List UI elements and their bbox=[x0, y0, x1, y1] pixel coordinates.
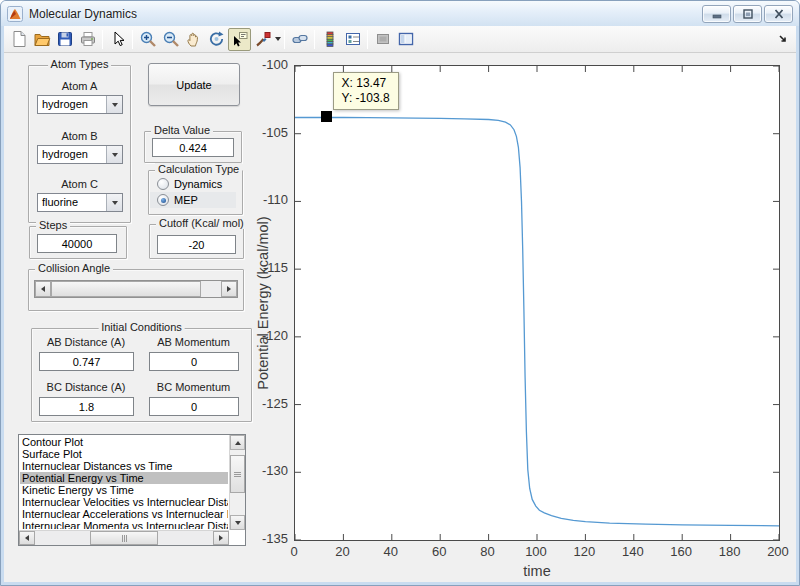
radio-dynamics[interactable]: Dynamics bbox=[150, 176, 236, 192]
atom-a-dropdown[interactable]: hydrogen bbox=[37, 95, 123, 114]
steps-field[interactable] bbox=[37, 234, 117, 253]
hide-plot-tools-icon bbox=[374, 30, 392, 48]
scroll-down-button[interactable] bbox=[230, 515, 245, 530]
list-item[interactable]: Potential Energy vs Time bbox=[20, 472, 228, 484]
arrow-left-icon bbox=[41, 286, 45, 292]
print-icon bbox=[79, 30, 97, 48]
titlebar[interactable]: Molecular Dynamics bbox=[1, 1, 799, 26]
open-folder-button[interactable] bbox=[30, 28, 53, 51]
zoom-in-button[interactable] bbox=[136, 28, 159, 51]
list-item[interactable]: Surface Plot bbox=[20, 448, 228, 460]
x-tick-label: 100 bbox=[514, 544, 558, 559]
insert-legend-button[interactable] bbox=[341, 28, 364, 51]
close-icon bbox=[773, 9, 785, 19]
rotate-3d-button[interactable] bbox=[205, 28, 228, 51]
link-plots-button[interactable] bbox=[288, 28, 311, 51]
atom-c-value: fluorine bbox=[38, 194, 106, 211]
chevron-down-icon bbox=[112, 103, 118, 107]
radio-mep[interactable]: MEP bbox=[150, 192, 236, 208]
list-item[interactable]: Internuclear Distances vs Time bbox=[20, 460, 228, 472]
vertical-scroll-thumb[interactable] bbox=[230, 455, 245, 493]
ab-distance-field[interactable] bbox=[39, 352, 134, 371]
plot-type-listbox[interactable]: Contour PlotSurface PlotInternuclear Dis… bbox=[18, 434, 246, 546]
datatip: X: 13.47 Y: -103.8 bbox=[333, 72, 399, 110]
new-document-button[interactable] bbox=[7, 28, 30, 51]
save-button[interactable] bbox=[53, 28, 76, 51]
brush-tool-button[interactable] bbox=[251, 28, 274, 51]
ab-momentum-field[interactable] bbox=[149, 352, 239, 371]
slider-left-arrow[interactable] bbox=[35, 281, 51, 297]
radio-icon bbox=[157, 178, 169, 190]
show-plot-tools-icon bbox=[397, 30, 415, 48]
bc-distance-field[interactable] bbox=[39, 397, 134, 416]
pointer-tool-button[interactable] bbox=[106, 28, 129, 51]
steps-title: Steps bbox=[36, 219, 70, 231]
x-axis-label: time bbox=[294, 563, 780, 579]
x-tick-label: 200 bbox=[756, 544, 796, 559]
maximize-button[interactable] bbox=[733, 5, 762, 23]
close-button[interactable] bbox=[764, 5, 793, 23]
y-tick-label: -135 bbox=[244, 531, 288, 546]
zoom-out-icon bbox=[162, 30, 180, 48]
list-item[interactable]: Internuclear Velocities vs Internuclear … bbox=[20, 496, 228, 508]
slider-track[interactable] bbox=[201, 281, 221, 297]
insert-colorbar-button[interactable] bbox=[318, 28, 341, 51]
listbox-vertical-scrollbar[interactable] bbox=[229, 435, 245, 530]
y-tick-label: -125 bbox=[244, 396, 288, 411]
atom-a-dropdown-button[interactable] bbox=[106, 96, 122, 113]
x-tick-label: 60 bbox=[417, 544, 461, 559]
brush-icon bbox=[254, 30, 272, 48]
scroll-right-button[interactable] bbox=[213, 531, 229, 545]
brush-dropdown-caret[interactable] bbox=[275, 37, 281, 41]
zoom-out-button[interactable] bbox=[159, 28, 182, 51]
x-tick-label: 40 bbox=[369, 544, 413, 559]
cutoff-field[interactable] bbox=[157, 235, 236, 254]
toolbar-separator bbox=[314, 30, 315, 49]
bc-distance-label: BC Distance (A) bbox=[36, 381, 136, 393]
rotate-3d-icon bbox=[208, 30, 226, 48]
scroll-left-button[interactable] bbox=[19, 531, 35, 545]
atom-a-label: Atom A bbox=[28, 80, 131, 92]
pan-tool-button[interactable] bbox=[182, 28, 205, 51]
list-item[interactable]: Contour Plot bbox=[20, 436, 228, 448]
toolbar-overflow-button[interactable] bbox=[779, 30, 789, 48]
potential-energy-curve bbox=[295, 66, 779, 540]
scroll-up-button[interactable] bbox=[230, 435, 245, 450]
y-axis-label: Potential Energy (kcal/mol) bbox=[255, 216, 271, 389]
print-button[interactable] bbox=[76, 28, 99, 51]
list-item[interactable]: Internuclear Momenta vs Internuclear Dis… bbox=[20, 520, 228, 529]
delta-value-field[interactable] bbox=[152, 138, 234, 157]
radio-icon bbox=[157, 194, 169, 206]
list-item[interactable]: Internuclear Accelerations vs Internucle… bbox=[20, 508, 228, 520]
atom-b-dropdown[interactable]: hydrogen bbox=[37, 145, 123, 164]
ab-distance-label: AB Distance (A) bbox=[36, 336, 136, 348]
slider-right-arrow[interactable] bbox=[221, 281, 237, 297]
h-scroll-track[interactable] bbox=[158, 531, 213, 545]
plot-axes[interactable] bbox=[294, 65, 780, 541]
minimize-button[interactable] bbox=[702, 5, 731, 23]
insert-colorbar-icon bbox=[321, 30, 339, 48]
horizontal-scroll-thumb[interactable] bbox=[90, 531, 158, 545]
datatip-marker[interactable] bbox=[321, 111, 332, 122]
list-item[interactable]: Kinetic Energy vs Time bbox=[20, 484, 228, 496]
atom-b-dropdown-button[interactable] bbox=[106, 146, 122, 163]
slider-thumb[interactable] bbox=[51, 281, 201, 297]
app-window: Molecular Dynamics bbox=[0, 0, 800, 586]
h-scroll-track[interactable] bbox=[35, 531, 90, 545]
hide-plot-tools-button[interactable] bbox=[371, 28, 394, 51]
y-tick-label: -100 bbox=[244, 57, 288, 72]
radio-label: Dynamics bbox=[174, 178, 222, 190]
atom-c-dropdown[interactable]: fluorine bbox=[37, 193, 123, 212]
data-cursor-button[interactable] bbox=[228, 28, 251, 51]
bc-momentum-field[interactable] bbox=[149, 397, 239, 416]
update-button[interactable]: Update bbox=[148, 63, 240, 106]
delta-value-title: Delta Value bbox=[151, 124, 213, 136]
collision-angle-slider[interactable] bbox=[34, 280, 238, 298]
ab-momentum-label: AB Momentum bbox=[146, 336, 241, 348]
listbox-horizontal-scrollbar[interactable] bbox=[19, 530, 229, 545]
show-plot-tools-button[interactable] bbox=[394, 28, 417, 51]
link-plots-icon bbox=[291, 30, 309, 48]
atom-c-dropdown-button[interactable] bbox=[106, 194, 122, 211]
arrow-down-icon bbox=[235, 521, 241, 525]
arrow-up-icon bbox=[235, 441, 241, 445]
